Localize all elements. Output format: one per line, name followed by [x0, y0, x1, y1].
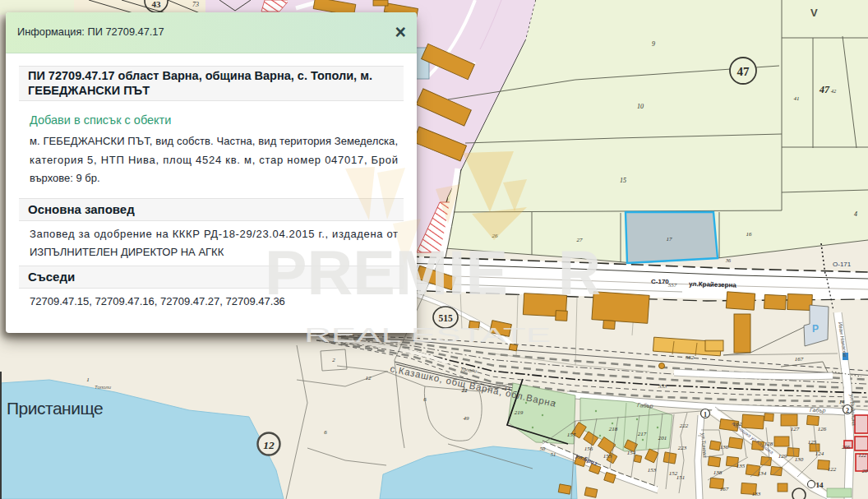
svg-text:14: 14 [839, 399, 845, 404]
svg-text:P: P [812, 323, 819, 335]
svg-text:26: 26 [492, 233, 499, 239]
svg-text:1: 1 [86, 377, 90, 383]
svg-text:124: 124 [815, 450, 824, 457]
svg-text:27: 27 [577, 237, 584, 243]
svg-text:м. ГЕБЕДЖАНСКИ ПЪТ, вид собств: м. ГЕБЕДЖАНСКИ ПЪТ, вид собств. Частна, … [30, 135, 398, 147]
svg-text:154: 154 [627, 450, 636, 456]
svg-text:218: 218 [609, 426, 618, 432]
svg-text:201: 201 [658, 435, 667, 441]
svg-text:12: 12 [366, 375, 372, 381]
svg-text:126: 126 [818, 426, 827, 432]
svg-text:Заповед за одобрение на КККР Р: Заповед за одобрение на КККР РД-18-29/23… [30, 228, 398, 240]
svg-text:152: 152 [669, 470, 678, 477]
svg-text:222: 222 [680, 423, 689, 429]
svg-text:Тополи: Тополи [95, 385, 112, 390]
svg-text:223: 223 [678, 445, 687, 451]
svg-text:4: 4 [854, 210, 857, 218]
svg-text:138: 138 [713, 469, 723, 476]
svg-text:219: 219 [515, 409, 524, 416]
svg-text:122: 122 [858, 452, 867, 458]
svg-text:50: 50 [540, 446, 546, 451]
svg-text:127: 127 [791, 426, 800, 432]
svg-text:151: 151 [676, 474, 686, 481]
svg-text:51: 51 [551, 451, 556, 457]
svg-text:42: 42 [831, 88, 837, 94]
svg-text:122: 122 [828, 466, 837, 473]
svg-text:43: 43 [152, 0, 162, 9]
svg-text:155: 155 [603, 453, 612, 460]
svg-text:266: 266 [842, 444, 851, 450]
svg-text:167: 167 [720, 486, 729, 492]
svg-text:2: 2 [846, 407, 849, 414]
svg-text:О-171: О-171 [833, 261, 852, 268]
svg-text:Пристанище: Пристанище [7, 399, 103, 418]
svg-text:73: 73 [192, 1, 199, 8]
svg-text:16: 16 [746, 231, 753, 238]
svg-text:125: 125 [808, 439, 817, 446]
svg-text:С-170: С-170 [651, 278, 669, 285]
svg-text:6: 6 [324, 429, 327, 436]
svg-text:133: 133 [752, 491, 761, 497]
svg-text:9: 9 [652, 40, 655, 48]
svg-text:12: 12 [263, 439, 275, 451]
svg-text:515: 515 [438, 313, 453, 323]
svg-text:156: 156 [584, 446, 593, 452]
svg-text:15: 15 [620, 177, 626, 184]
svg-text:557: 557 [668, 282, 677, 289]
svg-text:ул.Крайезерна: ул.Крайезерна [689, 280, 736, 289]
svg-text:V: V [810, 7, 818, 19]
svg-text:134: 134 [758, 470, 767, 477]
svg-text:136: 136 [720, 444, 729, 450]
svg-text:553: 553 [658, 383, 667, 390]
svg-text:49: 49 [464, 415, 470, 422]
svg-text:562: 562 [686, 354, 695, 361]
svg-text:129: 129 [778, 453, 787, 460]
svg-text:153: 153 [648, 467, 657, 474]
svg-text:17: 17 [667, 236, 673, 243]
svg-text:130: 130 [795, 456, 804, 463]
svg-text:14: 14 [816, 481, 824, 489]
svg-text:категория 5, НТП Нива, площ 45: категория 5, НТП Нива, площ 4524 кв. м, … [30, 154, 398, 166]
svg-text:217: 217 [638, 431, 647, 437]
svg-text:47: 47 [819, 84, 830, 95]
svg-text:167: 167 [795, 356, 804, 363]
svg-text:36: 36 [725, 258, 731, 263]
svg-text:20: 20 [862, 468, 868, 474]
svg-text:47: 47 [737, 65, 750, 78]
svg-text:157: 157 [567, 432, 576, 438]
svg-text:1: 1 [704, 411, 707, 418]
svg-text:6: 6 [423, 396, 427, 403]
svg-text:41: 41 [794, 95, 800, 102]
svg-text:2: 2 [332, 357, 335, 363]
svg-text:135: 135 [736, 463, 746, 469]
svg-text:10: 10 [637, 103, 644, 110]
